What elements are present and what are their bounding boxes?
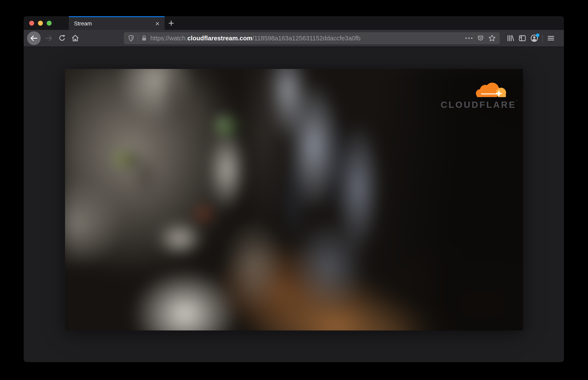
menu-button[interactable] (545, 32, 557, 44)
new-tab-icon: + (168, 17, 174, 29)
home-button[interactable] (69, 32, 81, 44)
back-button[interactable] (27, 31, 41, 45)
pocket-icon (477, 34, 484, 42)
zoom-window-button[interactable] (47, 21, 52, 26)
account-button[interactable] (528, 32, 540, 44)
lock-icon (140, 35, 148, 42)
library-button[interactable] (504, 32, 516, 44)
tab-bar: Stream × + (24, 16, 564, 30)
close-window-button[interactable] (29, 21, 34, 26)
library-icon (506, 34, 515, 42)
cloudflare-wordmark: CLOUDFLARE’ (441, 99, 511, 110)
close-tab-icon[interactable]: × (154, 20, 161, 27)
reload-icon (58, 34, 66, 42)
menu-icon (547, 34, 555, 42)
desktop-background: Stream × + (0, 0, 588, 380)
urlbar-divider (138, 35, 138, 41)
browser-window: Stream × + (24, 16, 564, 362)
forward-button[interactable] (43, 32, 55, 44)
tab-stream[interactable]: Stream × (69, 16, 165, 30)
account-notification-dot (536, 34, 539, 37)
navigation-toolbar: https://watch.cloudflarestream.com/11859… (24, 30, 564, 47)
sidebar-button[interactable] (516, 32, 528, 44)
cloudflare-logo: CLOUDFLARE’ (441, 81, 511, 110)
page-content: CLOUDFLARE’ (24, 47, 564, 362)
back-icon (30, 34, 38, 42)
minimize-window-button[interactable] (38, 21, 43, 26)
url-input[interactable]: https://watch.cloudflarestream.com/11859… (150, 35, 464, 42)
url-bar[interactable]: https://watch.cloudflarestream.com/11859… (124, 32, 500, 44)
page-actions-button[interactable]: ••• (465, 35, 474, 41)
url-scheme: https://watch. (150, 35, 187, 42)
home-icon (71, 34, 80, 42)
reload-button[interactable] (56, 32, 68, 44)
trademark-mark: ’ (516, 99, 517, 104)
tracking-protection-button[interactable] (127, 34, 135, 42)
page-actions-icon: ••• (465, 35, 474, 41)
tab-title: Stream (74, 20, 154, 27)
forward-icon (45, 34, 53, 42)
connection-security-button[interactable] (140, 35, 148, 42)
toolbar-separator (542, 34, 543, 42)
bookmark-button[interactable] (488, 34, 496, 42)
new-tab-button[interactable]: + (165, 18, 177, 28)
save-to-pocket-button[interactable] (477, 34, 484, 42)
url-domain: cloudflarestream.com (187, 35, 252, 42)
bookmark-star-icon (488, 34, 496, 42)
shield-icon (127, 34, 135, 42)
url-path: /118598a163a125631152ddaccfe3a0fb (252, 35, 361, 42)
cloudflare-cloud-icon (474, 81, 508, 98)
video-player[interactable]: CLOUDFLARE’ (65, 69, 523, 330)
sidebar-icon (518, 34, 527, 42)
traffic-lights (29, 16, 52, 30)
